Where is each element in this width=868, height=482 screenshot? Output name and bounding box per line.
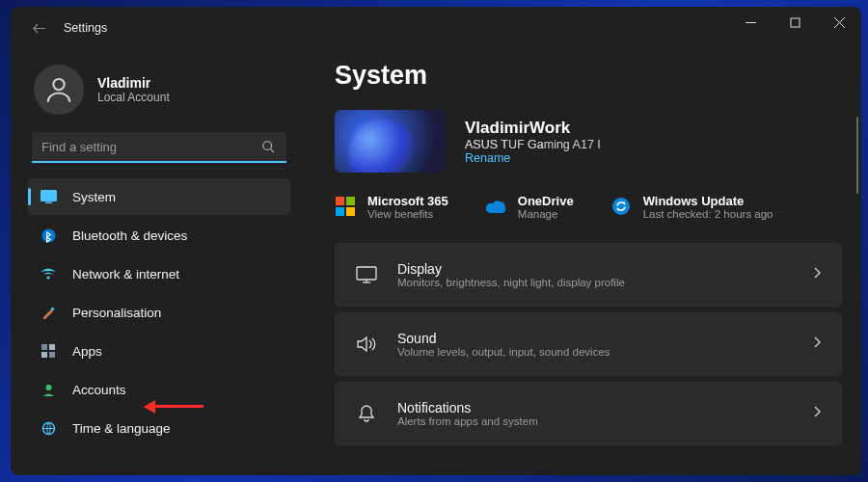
display-icon xyxy=(40,188,57,205)
window-title: Settings xyxy=(64,21,107,35)
sidebar-item-label: Network & internet xyxy=(72,267,179,281)
search-icon xyxy=(261,140,275,157)
cloud-icon xyxy=(485,196,506,217)
svg-point-10 xyxy=(46,276,49,279)
back-button[interactable] xyxy=(24,13,53,42)
svg-rect-22 xyxy=(346,207,355,216)
monitor-icon xyxy=(355,266,378,283)
user-block[interactable]: Vladimir Local Account xyxy=(28,57,290,132)
minimize-button[interactable] xyxy=(728,7,773,38)
refresh-icon xyxy=(610,196,632,217)
service-subtitle: Manage xyxy=(518,208,574,220)
rename-link[interactable]: Rename xyxy=(465,151,601,165)
tile-subtitle: Alerts from apps and system xyxy=(397,415,812,427)
svg-point-23 xyxy=(612,198,630,215)
svg-line-6 xyxy=(271,149,275,153)
tile-subtitle: Volume levels, output, input, sound devi… xyxy=(397,346,812,358)
svg-point-5 xyxy=(263,142,272,150)
setting-tile-notifications[interactable]: Notifications Alerts from apps and syste… xyxy=(335,382,842,445)
svg-rect-15 xyxy=(49,352,55,358)
svg-rect-14 xyxy=(41,352,47,358)
svg-point-16 xyxy=(45,385,51,390)
tile-subtitle: Monitors, brightness, night light, displ… xyxy=(397,277,812,288)
sidebar-item-label: System xyxy=(72,190,116,204)
sidebar-item-label: Accounts xyxy=(72,383,126,397)
chevron-right-icon xyxy=(812,266,822,283)
user-name: Vladimir xyxy=(97,75,170,91)
svg-point-4 xyxy=(53,79,64,90)
chevron-right-icon xyxy=(812,405,822,422)
svg-rect-1 xyxy=(791,18,800,27)
service-onedrive[interactable]: OneDrive Manage xyxy=(485,194,574,220)
device-model: ASUS TUF Gaming A17 I xyxy=(465,138,601,151)
sidebar-item-system[interactable]: System xyxy=(28,178,290,215)
chevron-right-icon xyxy=(812,335,822,353)
apps-icon xyxy=(40,342,57,360)
avatar xyxy=(34,65,84,115)
page-title: System xyxy=(335,61,842,91)
service-subtitle: Last checked: 2 hours ago xyxy=(643,208,773,220)
tile-title: Display xyxy=(397,261,812,277)
user-subtitle: Local Account xyxy=(97,91,170,104)
setting-tile-display[interactable]: Display Monitors, brightness, night ligh… xyxy=(335,243,842,307)
service-microsoft-365[interactable]: Microsoft 365 View benefits xyxy=(335,194,448,220)
device-thumbnail[interactable] xyxy=(335,110,446,173)
search-input[interactable] xyxy=(32,132,286,163)
service-title: Microsoft 365 xyxy=(367,194,448,208)
wifi-icon xyxy=(40,265,57,282)
bluetooth-icon xyxy=(40,227,57,244)
svg-rect-21 xyxy=(336,207,344,216)
service-windows-update[interactable]: Windows Update Last checked: 2 hours ago xyxy=(610,194,773,220)
svg-rect-12 xyxy=(41,344,47,350)
close-button[interactable] xyxy=(817,7,861,38)
sidebar-item-label: Personalisation xyxy=(72,306,161,320)
maximize-button[interactable] xyxy=(773,7,817,38)
sidebar-item-label: Bluetooth & devices xyxy=(72,228,187,243)
sidebar-item-label: Time & language xyxy=(72,421,171,436)
microsoft-icon xyxy=(335,196,356,217)
service-title: Windows Update xyxy=(643,194,773,208)
person-icon xyxy=(40,381,57,398)
sidebar-item-accounts[interactable]: Accounts xyxy=(28,371,290,408)
setting-tile-sound[interactable]: Sound Volume levels, output, input, soun… xyxy=(335,312,842,376)
svg-rect-24 xyxy=(357,267,376,280)
sidebar-item-personalisation[interactable]: Personalisation xyxy=(28,294,290,331)
sidebar-item-apps[interactable]: Apps xyxy=(28,333,290,369)
svg-rect-19 xyxy=(336,197,344,205)
svg-rect-20 xyxy=(346,197,355,205)
sidebar-item-bluetooth[interactable]: Bluetooth & devices xyxy=(28,217,290,254)
clock-globe-icon xyxy=(40,419,57,437)
paintbrush-icon xyxy=(40,304,57,321)
bell-icon xyxy=(355,404,378,423)
service-subtitle: View benefits xyxy=(367,208,448,220)
service-title: OneDrive xyxy=(518,194,574,208)
device-name: VladimirWork xyxy=(465,119,601,138)
svg-rect-8 xyxy=(45,202,52,204)
tile-title: Sound xyxy=(397,331,812,346)
svg-rect-7 xyxy=(41,190,57,201)
svg-rect-13 xyxy=(49,344,55,350)
scrollbar[interactable] xyxy=(856,117,858,194)
sidebar-item-time-language[interactable]: Time & language xyxy=(28,410,290,446)
sidebar-item-network[interactable]: Network & internet xyxy=(28,255,290,292)
sidebar-item-label: Apps xyxy=(72,344,102,359)
speaker-icon xyxy=(355,335,378,353)
tile-title: Notifications xyxy=(397,400,812,415)
